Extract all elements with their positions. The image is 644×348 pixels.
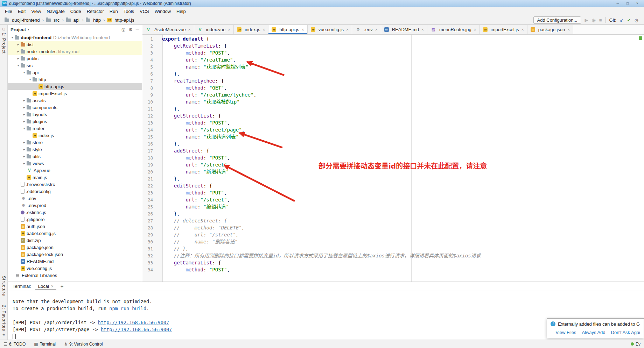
new-terminal-button[interactable]: + (61, 283, 64, 289)
event-log-label[interactable]: Ev (636, 342, 640, 347)
tree-expand-arrow[interactable]: ▸ (16, 50, 21, 53)
tree-item[interactable]: ▾api (8, 69, 142, 76)
breadcrumb-item[interactable]: src (45, 17, 61, 23)
tab-http-api-js[interactable]: JShttp-api.js× (268, 25, 307, 34)
tree-item[interactable]: JSvue.config.js (8, 265, 142, 272)
project-tool-button[interactable]: ▢ 1: Project (0, 26, 7, 56)
tree-item[interactable]: ▸store (8, 139, 142, 146)
tree-item[interactable]: {}package.json (8, 244, 142, 251)
menu-item-vcs[interactable]: VCS (137, 8, 152, 15)
add-configuration-button[interactable]: Add Configuration... (533, 16, 581, 24)
project-view-selector[interactable]: Project ▾ (10, 27, 29, 32)
tree-item[interactable]: ▸node_modules library root (8, 48, 142, 55)
tab-close-icon[interactable]: × (421, 27, 424, 32)
tree-collapse-arrow[interactable]: ▾ (22, 71, 27, 74)
tree-item[interactable]: ▸utils (8, 153, 142, 160)
tree-item[interactable]: JShttp-api.js (8, 83, 142, 90)
stop-icon[interactable]: ■ (599, 17, 602, 23)
tab-index-js[interactable]: JSindex.js× (234, 25, 268, 34)
maximize-button[interactable]: □ (623, 1, 632, 6)
tree-item[interactable]: ▸plugins (8, 118, 142, 125)
view-files-link[interactable]: View Files (555, 330, 576, 335)
tree-item[interactable]: Zdist.zip (8, 237, 142, 244)
tab-close-icon[interactable]: × (228, 27, 230, 32)
tree-collapse-arrow[interactable]: ▾ (10, 36, 15, 39)
menu-item-help[interactable]: Help (174, 8, 189, 15)
tree-item[interactable]: ▸assets (8, 97, 142, 104)
breadcrumb-item[interactable]: duoji-frontend (4, 17, 41, 23)
tree-expand-arrow[interactable]: ▸ (22, 120, 27, 123)
favorites-tool-button[interactable]: 2: Favorites ★ (1, 303, 6, 338)
status-item-6-todo[interactable]: ☰6: TODO (4, 342, 26, 347)
breadcrumb-item[interactable]: JShttp-api.js (106, 17, 135, 23)
tab-close-icon[interactable]: × (346, 27, 349, 32)
tab-readme-md[interactable]: MREADME.md× (381, 25, 427, 34)
status-item-9-version-control[interactable]: ⋔9: Version Control (64, 342, 103, 347)
close-icon[interactable]: × (51, 284, 54, 289)
tree-expand-arrow[interactable]: ▸ (22, 155, 27, 158)
tab-vue-config-js[interactable]: JSvue.config.js× (308, 25, 352, 34)
menu-item-window[interactable]: Window (152, 8, 174, 15)
tree-item[interactable]: MREADME.md (8, 258, 142, 265)
tab-importexcel-js[interactable]: JSimportExcel.js× (480, 25, 527, 34)
breadcrumb-item[interactable]: api (65, 17, 80, 23)
tree-item[interactable]: ▸layouts (8, 111, 142, 118)
tab-close-icon[interactable]: × (567, 27, 570, 32)
tree-expand-arrow[interactable]: ▸ (22, 113, 27, 116)
tree-expand-arrow[interactable]: ▸ (22, 141, 27, 144)
locate-file-icon[interactable]: ◎ (121, 27, 125, 32)
minimize-button[interactable]: ─ (613, 1, 622, 6)
menu-item-run[interactable]: Run (107, 8, 121, 15)
menu-item-edit[interactable]: Edit (15, 8, 28, 15)
code-area[interactable]: 1export default {2 getRealTimeList: {3 m… (142, 35, 644, 282)
tab-close-icon[interactable]: × (302, 27, 304, 32)
tree-item[interactable]: JSimportExcel.js (8, 90, 142, 97)
always-add-link[interactable]: Always Add (582, 330, 605, 335)
tree-item[interactable]: {}auth.json (8, 223, 142, 230)
tab-close-icon[interactable]: × (262, 27, 265, 32)
tab-asidemenu-vue[interactable]: VAsideMenu.vue× (142, 25, 194, 34)
git-commit-icon[interactable]: ✔ (627, 17, 631, 23)
tree-item[interactable]: JSbabel.config.js (8, 230, 142, 237)
tree-collapse-arrow[interactable]: ▾ (16, 64, 21, 67)
breadcrumb-item[interactable]: http (85, 17, 102, 23)
tree-item[interactable]: ▾src (8, 62, 142, 69)
tree-item[interactable]: {}package-lock.json (8, 251, 142, 258)
tab-index-vue[interactable]: Vindex.vue× (194, 25, 234, 34)
tree-item[interactable]: ▸views (8, 160, 142, 167)
tree-item[interactable]: ▾router (8, 125, 142, 132)
tree-expand-arrow[interactable]: ▸ (22, 162, 27, 165)
tree-collapse-arrow[interactable]: ▾ (28, 78, 33, 81)
run-icon[interactable]: ▶ (584, 17, 588, 23)
menu-item-code[interactable]: Code (68, 8, 84, 15)
git-update-icon[interactable]: ↙ (620, 17, 624, 23)
tree-item[interactable]: JSmain.js (8, 174, 142, 181)
tab-close-icon[interactable]: × (474, 27, 476, 32)
tree-expand-arrow[interactable]: ▸ (22, 99, 27, 102)
tree-expand-arrow[interactable]: ▸ (16, 43, 21, 46)
gear-icon[interactable]: ⚙ (128, 27, 133, 32)
tree-expand-arrow[interactable]: ▸ (22, 106, 27, 109)
terminal-link[interactable]: http://192.168.66.56:9007 (101, 327, 172, 332)
tree-item[interactable]: ▸public (8, 55, 142, 62)
tab--env[interactable]: ⚙.env× (352, 25, 381, 34)
tree-item[interactable]: VApp.vue (8, 167, 142, 174)
status-item-terminal[interactable]: ▦Terminal (34, 342, 56, 347)
tab-package-json[interactable]: {}package.json× (527, 25, 574, 34)
structure-tool-button[interactable]: Structure (1, 274, 6, 298)
menu-item-navigate[interactable]: Navigate (44, 8, 67, 15)
tree-item[interactable]: .eslintrc.js (8, 209, 142, 216)
terminal-tab-local[interactable]: Local × (35, 283, 56, 290)
tree-item[interactable]: ▾duoji-frontend D:\zheheWeb\duoji-fronte… (8, 34, 142, 41)
terminal-link[interactable]: http://192.168.66.56:9007 (98, 320, 169, 325)
tree-item[interactable]: ▸dist (8, 41, 142, 48)
tree-item[interactable]: ▸style (8, 146, 142, 153)
tree-item[interactable]: .browserslistrc (8, 181, 142, 188)
tree-item[interactable]: ⚙.env.prod (8, 202, 142, 209)
tree-item[interactable]: ▤External Libraries (8, 272, 142, 279)
tab-menurouter-jpg[interactable]: ▨menuRouter.jpg× (427, 25, 480, 34)
tab-close-icon[interactable]: × (375, 27, 378, 32)
tree-item[interactable]: .editorconfig (8, 188, 142, 195)
close-button[interactable]: × (633, 1, 642, 6)
history-icon[interactable]: ◷ (635, 17, 638, 23)
